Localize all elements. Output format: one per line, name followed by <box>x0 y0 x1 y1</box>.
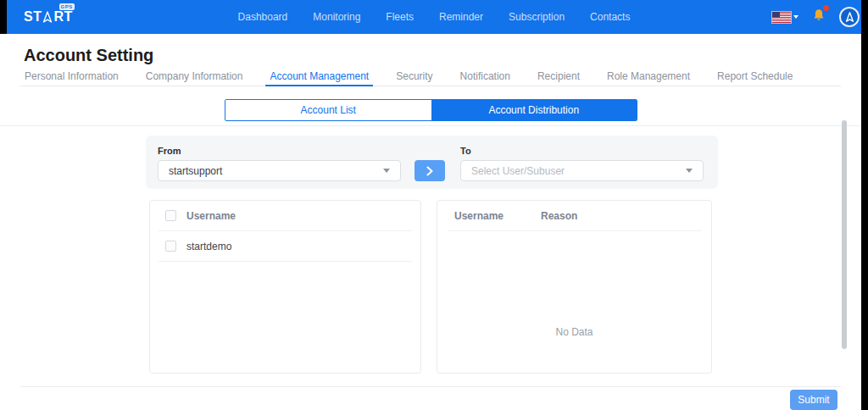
tab-recipient[interactable]: Recipient <box>533 70 584 86</box>
transfer-arrow-button[interactable] <box>415 160 445 181</box>
tab-security[interactable]: Security <box>392 70 437 86</box>
nav-item-fleets[interactable]: Fleets <box>386 11 414 23</box>
section-divider <box>0 125 861 126</box>
username-column-header: Username <box>186 210 236 222</box>
from-label: From <box>158 146 181 156</box>
tab-report-schedule[interactable]: Report Schedule <box>713 70 797 86</box>
logo-text-right: RT <box>53 9 72 25</box>
settings-tabs: Personal Information Company Information… <box>20 70 841 86</box>
nav-item-contacts[interactable]: Contacts <box>590 11 630 23</box>
rocket-icon <box>42 11 53 24</box>
rocket-icon <box>845 12 854 23</box>
tab-personal-information[interactable]: Personal Information <box>20 70 123 86</box>
row-divider <box>448 230 701 231</box>
subtab-account-distribution[interactable]: Account Distribution <box>431 100 637 120</box>
tab-company-information[interactable]: Company Information <box>142 70 248 86</box>
account-row-startdemo[interactable]: startdemo <box>150 231 420 261</box>
page-title: Account Setting <box>24 46 153 65</box>
footer-divider <box>20 386 841 387</box>
chevron-down-icon <box>793 15 798 19</box>
row-checkbox[interactable] <box>165 241 176 252</box>
nav-item-reminder[interactable]: Reminder <box>439 11 483 23</box>
top-navbar: STRT GPS Dashboard Monitoring Fleets Rem… <box>7 0 861 34</box>
from-user-value: startsupport <box>169 165 383 177</box>
navbar-right-actions <box>772 7 861 27</box>
screen-edge <box>0 0 7 34</box>
to-user-placeholder: Select User/Subuser <box>471 165 686 177</box>
logo-text-left: ST <box>24 9 42 25</box>
row-divider <box>159 261 412 262</box>
transfer-form-card: From startsupport To Select User/Subuser <box>146 136 718 189</box>
account-subtabs: Account List Account Distribution <box>225 99 637 121</box>
main-navigation: Dashboard Monitoring Fleets Reminder Sub… <box>238 11 631 23</box>
list-header-row: Username <box>150 201 420 230</box>
to-label: To <box>460 146 471 156</box>
gps-badge: GPS <box>59 3 75 10</box>
table-header-row: Username Reason <box>437 201 711 230</box>
notification-badge <box>823 5 829 11</box>
account-avatar[interactable] <box>839 7 860 27</box>
distribution-result-panel: Username Reason No Data <box>437 200 712 374</box>
notifications-button[interactable] <box>811 8 826 26</box>
chevron-down-icon <box>383 169 390 173</box>
nav-item-subscription[interactable]: Subscription <box>509 11 565 23</box>
to-user-select[interactable]: Select User/Subuser <box>460 160 704 181</box>
account-username: startdemo <box>186 241 231 252</box>
nav-item-dashboard[interactable]: Dashboard <box>238 11 288 23</box>
nav-item-monitoring[interactable]: Monitoring <box>313 11 360 23</box>
submit-button[interactable]: Submit <box>790 390 837 410</box>
subtab-account-list[interactable]: Account List <box>225 100 431 120</box>
language-selector[interactable] <box>772 12 798 23</box>
empty-state-text: No Data <box>437 326 711 338</box>
brand-logo[interactable]: STRT GPS <box>24 9 73 25</box>
source-accounts-panel: Username startdemo <box>149 200 421 374</box>
username-column-header: Username <box>454 210 541 222</box>
chevron-right-icon <box>426 166 433 176</box>
chevron-down-icon <box>686 169 693 173</box>
vertical-scrollbar-thumb[interactable] <box>842 120 847 349</box>
us-flag-icon <box>772 12 791 23</box>
select-all-checkbox[interactable] <box>165 210 176 221</box>
reason-column-header: Reason <box>541 210 577 222</box>
tab-account-management[interactable]: Account Management <box>265 70 373 86</box>
app-window: STRT GPS Dashboard Monitoring Fleets Rem… <box>0 0 861 410</box>
tab-role-management[interactable]: Role Management <box>603 70 694 86</box>
screen: STRT GPS Dashboard Monitoring Fleets Rem… <box>0 0 868 410</box>
tab-notification[interactable]: Notification <box>456 70 515 86</box>
from-user-select[interactable]: startsupport <box>158 160 401 181</box>
